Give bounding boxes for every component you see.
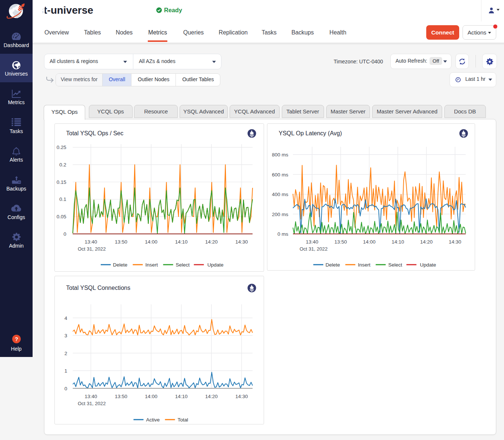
svg-text:200 ms: 200 ms [272, 212, 288, 217]
svg-text:14:20: 14:20 [205, 239, 218, 245]
svg-text:0.15: 0.15 [57, 179, 66, 185]
svg-text:Total: Total [178, 417, 188, 423]
svg-text:14:30: 14:30 [449, 239, 461, 245]
svg-text:14:20: 14:20 [205, 394, 218, 399]
svg-text:Oct 31, 2022: Oct 31, 2022 [78, 246, 106, 252]
svg-text:2: 2 [64, 351, 67, 356]
svg-text:Select: Select [176, 262, 190, 268]
svg-text:Active: Active [146, 417, 160, 423]
svg-text:13:50: 13:50 [334, 239, 347, 245]
svg-text:14:10: 14:10 [175, 394, 188, 399]
svg-text:YSQL Op Latency (Avg): YSQL Op Latency (Avg) [279, 130, 342, 136]
svg-text:14:10: 14:10 [391, 239, 404, 245]
svg-text:Delete: Delete [113, 262, 127, 268]
svg-text:Delete: Delete [326, 262, 340, 268]
svg-text:Total YSQL Ops / Sec: Total YSQL Ops / Sec [66, 130, 124, 136]
svg-text:0.2: 0.2 [59, 162, 66, 168]
svg-text:13:40: 13:40 [85, 394, 97, 399]
svg-text:13:40: 13:40 [85, 239, 97, 245]
svg-text:0 ms: 0 ms [277, 231, 288, 237]
svg-text:Oct 31, 2022: Oct 31, 2022 [300, 246, 328, 252]
svg-text:3: 3 [64, 333, 67, 338]
svg-text:0: 0 [64, 386, 67, 391]
svg-text:Insert: Insert [146, 262, 158, 268]
svg-text:0.25: 0.25 [57, 145, 66, 150]
svg-text:14:10: 14:10 [175, 239, 188, 245]
svg-text:14:20: 14:20 [420, 239, 433, 245]
svg-text:13:40: 13:40 [306, 239, 318, 245]
svg-text:Update: Update [420, 262, 436, 268]
svg-text:4: 4 [64, 315, 67, 321]
svg-text:1: 1 [64, 368, 67, 374]
svg-text:Oct 31, 2022: Oct 31, 2022 [78, 401, 106, 406]
svg-text:0.05: 0.05 [57, 214, 66, 219]
svg-text:14:00: 14:00 [145, 394, 157, 399]
svg-text:Total YSQL Connections: Total YSQL Connections [66, 285, 130, 291]
svg-text:Insert: Insert [358, 262, 371, 268]
svg-text:14:00: 14:00 [363, 239, 376, 245]
svg-text:14:30: 14:30 [236, 394, 248, 399]
svg-text:14:30: 14:30 [236, 239, 248, 245]
svg-text:Select: Select [388, 262, 403, 268]
svg-text:800 ms: 800 ms [272, 152, 288, 158]
svg-text:400 ms: 400 ms [272, 192, 288, 197]
svg-text:0: 0 [63, 231, 66, 237]
svg-text:13:50: 13:50 [115, 394, 127, 399]
svg-text:Update: Update [207, 262, 224, 268]
svg-text:14:00: 14:00 [145, 239, 157, 245]
svg-text:13:50: 13:50 [115, 239, 127, 245]
svg-text:0.1: 0.1 [59, 196, 66, 202]
svg-text:600 ms: 600 ms [272, 172, 288, 178]
